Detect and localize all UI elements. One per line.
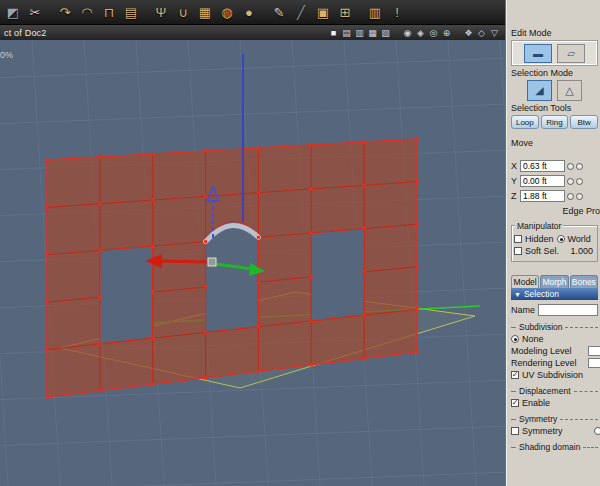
grid-toggle-icon[interactable]: ❖ <box>462 28 475 38</box>
cube-tool-icon[interactable]: ▦ <box>194 1 216 24</box>
split-view-5-icon[interactable]: ▧ <box>379 28 392 38</box>
edge-select-icon: △ <box>565 84 573 97</box>
rendering-level-stepper[interactable] <box>588 358 600 368</box>
left-arrow-shaft[interactable] <box>160 261 207 262</box>
modeling-level-row: Modeling Level <box>511 346 598 356</box>
move-z-lock-radio[interactable] <box>576 193 583 200</box>
gizmo-center-handle[interactable] <box>208 258 216 266</box>
object-mode-icon: ▬ <box>533 48 543 59</box>
symmetry-row: Symmetry <box>511 426 598 436</box>
hidden-checkbox[interactable] <box>514 235 522 243</box>
move-x-option-radio[interactable] <box>567 163 574 170</box>
sphere-smooth-tool-icon[interactable]: ● <box>238 1 260 24</box>
move-z-row: Z <box>511 190 598 202</box>
name-row: Name <box>511 304 598 316</box>
viewport-3d[interactable]: 0% <box>0 40 505 486</box>
bend-tool-icon[interactable]: ↷ <box>54 1 76 24</box>
table-grid-tool-icon[interactable]: ▥ <box>364 1 386 24</box>
shading-wireframe-icon[interactable]: ◎ <box>427 28 440 38</box>
selection-mode-group: ◢ △ <box>511 80 598 101</box>
edit-mode-group: ▬ ▱ <box>511 40 598 66</box>
split-view-4-icon[interactable]: ▦ <box>366 28 379 38</box>
urn-tool-icon[interactable]: ◍ <box>216 1 238 24</box>
viewport-title: ct of Doc2 <box>4 28 47 38</box>
camera-angle-icon[interactable]: ▽ <box>488 28 501 38</box>
vertex-select-button[interactable]: ◢ <box>527 80 552 101</box>
symmetry-checkbox[interactable] <box>511 427 519 435</box>
axis-toggle-icon[interactable]: ⊕ <box>440 28 453 38</box>
edge-select-button[interactable]: △ <box>557 80 582 101</box>
rendering-level-label: Rendering Level <box>511 358 577 368</box>
move-z-label: Z <box>511 191 518 201</box>
rendering-level-row: Rendering Level <box>511 358 598 368</box>
clamp-tool-icon[interactable]: Ψ <box>150 1 172 24</box>
name-input[interactable] <box>538 304 598 316</box>
tab-morph[interactable]: Morph <box>540 275 568 288</box>
world-radio[interactable] <box>557 235 565 243</box>
hidden-label: Hidden <box>525 234 554 244</box>
pen-tool-icon[interactable]: ✎ <box>268 1 290 24</box>
wall-mesh[interactable] <box>46 138 419 399</box>
vertex-edit-mode-button[interactable]: ▱ <box>557 44 585 63</box>
viewport-titlebar[interactable]: ct of Doc2 ■ ▤ ▥ ▦ ▧ ◉ ◈ ◎ ⊕ ❖ ◇ ▽ <box>0 25 505 40</box>
displacement-section-header: Displacement <box>511 386 598 396</box>
cube-view-icon[interactable]: ◇ <box>475 28 488 38</box>
move-x-input[interactable] <box>520 160 565 172</box>
split-view-3-icon[interactable]: ▥ <box>353 28 366 38</box>
goblet-tool-icon[interactable]: ∪ <box>172 1 194 24</box>
uv-subdivision-row: ✓ UV Subdivision <box>511 370 598 380</box>
vertex-edit-mode-icon: ▱ <box>567 48 575 59</box>
main-toolbar: ◩ ✂ ↷ ◠ ⊓ ▤ Ψ ∪ ▦ ◍ ● ✎ ╱ ▣ ⊞ ▥ ! <box>0 0 505 25</box>
manipulator-row-2: Soft Sel. 1.000 <box>514 246 595 256</box>
move-y-input[interactable] <box>520 175 565 187</box>
selection-tools-group: Loop Ring Btw <box>511 115 598 129</box>
arch-tool-icon[interactable]: ◠ <box>76 1 98 24</box>
move-y-option-radio[interactable] <box>567 178 574 185</box>
scissors-cut-tool-icon[interactable]: ✂ <box>24 1 46 24</box>
single-view-icon[interactable]: ■ <box>327 28 340 38</box>
cylinder-tool-icon[interactable]: ⊓ <box>98 1 120 24</box>
manipulator-group: Manipulator Hidden World Soft Sel. 1.000 <box>511 225 598 262</box>
loop-button[interactable]: Loop <box>511 115 539 129</box>
selection-section-header[interactable]: ▼ Selection <box>511 288 598 300</box>
stamp-tool-icon[interactable]: ▣ <box>312 1 334 24</box>
modeling-level-stepper[interactable] <box>588 346 600 356</box>
subdivision-none-row: None <box>511 334 598 344</box>
3d-scene-canvas[interactable] <box>0 40 505 486</box>
move-x-lock-radio[interactable] <box>576 163 583 170</box>
displacement-enable-checkbox[interactable]: ✓ <box>511 399 519 407</box>
symmetry-axis-radio[interactable] <box>594 427 600 435</box>
ring-button[interactable]: Ring <box>541 115 569 129</box>
move-z-input[interactable] <box>520 190 565 202</box>
copy-pages-tool-icon[interactable]: ⊞ <box>334 1 356 24</box>
move-y-row: Y <box>511 175 598 187</box>
move-x-label: X <box>511 161 518 171</box>
move-z-option-radio[interactable] <box>567 193 574 200</box>
shading-smooth-icon[interactable]: ◉ <box>401 28 414 38</box>
manipulator-row-1: Hidden World <box>514 234 595 244</box>
tab-model[interactable]: Model <box>511 275 539 288</box>
move-x-row: X <box>511 160 598 172</box>
soft-selection-value[interactable]: 1.000 <box>570 246 595 256</box>
zoom-level-label: 0% <box>0 50 13 60</box>
object-mode-button[interactable]: ▬ <box>524 44 552 63</box>
displacement-enable-row: ✓ Enable <box>511 398 598 408</box>
selection-header-label: Selection <box>524 289 559 299</box>
tab-bones[interactable]: Bones <box>570 275 598 288</box>
symmetry-section-header: Symmetry <box>511 414 598 424</box>
shading-domain-section-header: Shading domain <box>511 442 598 452</box>
soft-selection-checkbox[interactable] <box>514 247 522 255</box>
panel-tabs: Model Morph Bones <box>511 275 598 288</box>
uv-subdivision-checkbox[interactable]: ✓ <box>511 371 519 379</box>
alert-tool-icon[interactable]: ! <box>386 1 408 24</box>
subdivision-none-radio[interactable] <box>511 335 519 343</box>
shading-textured-icon[interactable]: ◈ <box>414 28 427 38</box>
subdivision-label: Subdivision <box>519 322 562 332</box>
move-y-lock-radio[interactable] <box>576 178 583 185</box>
between-button[interactable]: Btw <box>570 115 598 129</box>
split-view-2-icon[interactable]: ▤ <box>340 28 353 38</box>
shading-domain-label: Shading domain <box>519 442 580 452</box>
select-tool-icon[interactable]: ◩ <box>2 1 24 24</box>
box-deform-tool-icon[interactable]: ▤ <box>120 1 142 24</box>
collapse-triangle-icon: ▼ <box>514 291 521 298</box>
